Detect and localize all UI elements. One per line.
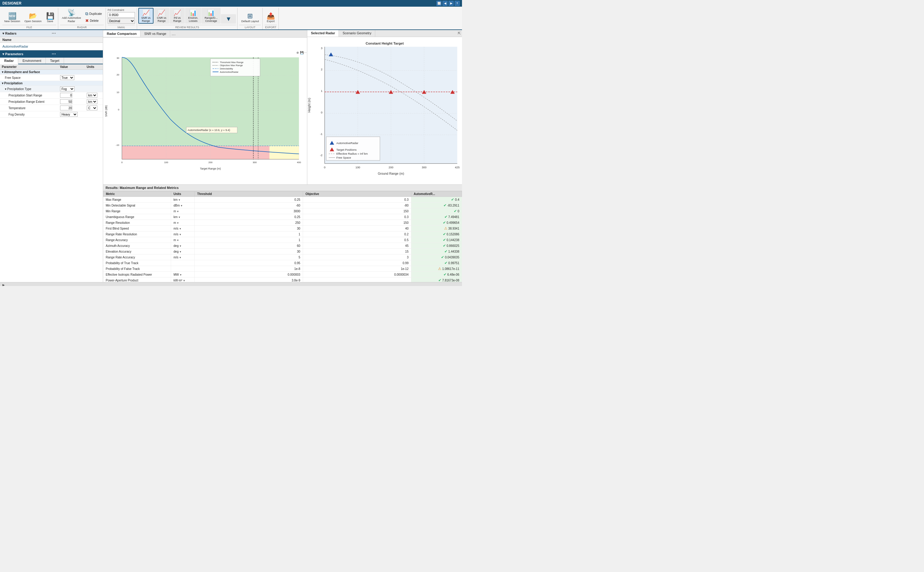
result-units-cell[interactable]: m/s▼: [171, 232, 195, 237]
environ-losses-button[interactable]: 📊 Environ.Losses: [185, 8, 201, 24]
units-dropdown[interactable]: ▼: [179, 250, 182, 253]
result-automotive-cell: ✔ 6.48e-06: [411, 272, 462, 278]
legend-automotive-text: AutomotiveRadar: [336, 141, 358, 145]
units-dropdown[interactable]: ▼: [177, 222, 179, 224]
minimize-btn[interactable]: ⬜: [437, 1, 441, 6]
result-units-cell[interactable]: kW·m²▼: [171, 278, 195, 282]
radar-comparison-tab[interactable]: Radar Comparison: [103, 31, 140, 37]
right-panel-expand-icon[interactable]: ⇱: [457, 30, 462, 37]
result-units-cell[interactable]: dBm▼: [171, 203, 195, 208]
right-area: Radar Comparison SNR vs Range … ⊕ 💾 ⋯: [103, 30, 462, 282]
metric-type-select[interactable]: Decimal Percentage Scientific: [108, 18, 135, 24]
back-btn[interactable]: ◀: [443, 1, 448, 6]
result-units-cell[interactable]: deg▼: [171, 249, 195, 255]
precip-start-value[interactable]: [58, 92, 85, 99]
precip-start-units-select[interactable]: km: [87, 93, 97, 98]
chart-more-icon[interactable]: ⋯: [304, 51, 307, 54]
temperature-units-select[interactable]: CF: [87, 106, 97, 110]
file-group: 🆕 New Session 📂 Open Session 💾 Save FILE: [1, 8, 58, 30]
result-units-cell[interactable]: m▼: [171, 237, 195, 243]
precipitation-type-value[interactable]: FogRainSnow: [58, 86, 85, 92]
cnr-vs-range-button[interactable]: 📈 CNR vsRange: [154, 8, 169, 24]
review-results-group: 📈 SNR vsRange 📈 CNR vsRange 📈 Pd vsRange…: [137, 8, 238, 30]
save-button[interactable]: 💾 Save: [44, 12, 56, 24]
pd-constraint-input[interactable]: [108, 12, 135, 17]
result-units-cell[interactable]: m▼: [171, 208, 195, 214]
units-dropdown[interactable]: ▼: [180, 274, 182, 276]
metric-col-header: Metric: [103, 191, 171, 197]
units-dropdown[interactable]: ▼: [179, 245, 182, 247]
help-btn[interactable]: ?: [455, 1, 460, 6]
precip-extent-value[interactable]: [58, 99, 85, 105]
result-automotive-cell: ✔ 1.44338: [411, 249, 462, 255]
free-space-select[interactable]: TrueFalse: [60, 75, 74, 80]
chart-yellow-bg: [269, 146, 299, 159]
result-units-cell[interactable]: deg▼: [171, 243, 195, 249]
result-units-cell[interactable]: m/s▼: [171, 255, 195, 260]
units-dropdown[interactable]: ▼: [178, 216, 180, 219]
result-row-0: Max Range km▼ 0.25 0.3 ✔ 0.4: [103, 197, 462, 203]
units-dropdown[interactable]: ▼: [177, 210, 179, 213]
units-value: dBm: [174, 204, 180, 207]
radar-name-row[interactable]: AutomotiveRadar: [0, 43, 103, 50]
range-dc-button[interactable]: 📊 Range/D...Coverage: [201, 8, 221, 24]
result-threshold-cell: 30: [195, 249, 303, 255]
snr-vs-range-button[interactable]: 📈 SNR vsRange: [138, 8, 154, 24]
precip-start-input[interactable]: [60, 93, 72, 98]
open-session-button[interactable]: 📂 Open Session: [23, 12, 44, 24]
precipitation-type-select[interactable]: FogRainSnow: [60, 86, 75, 91]
chart-tab-more[interactable]: …: [170, 30, 177, 37]
main-chart-tabs: Radar Comparison SNR vs Range …: [103, 30, 307, 37]
units-dropdown[interactable]: ▼: [179, 256, 181, 259]
fog-density-select[interactable]: HeavyLightMedium: [60, 112, 78, 117]
units-dropdown[interactable]: ▼: [177, 239, 179, 242]
units-col-header: Units: [85, 64, 103, 70]
result-automotive-cell: ✔ 0.99751: [411, 260, 462, 266]
units-dropdown[interactable]: ▼: [183, 279, 185, 282]
scenario-geometry-tab[interactable]: Scenario Geometry: [339, 30, 375, 37]
chart-zoom-icon[interactable]: ⊕: [296, 51, 299, 54]
units-dropdown[interactable]: ▼: [179, 233, 181, 236]
result-units-cell[interactable]: [171, 266, 195, 272]
free-space-value[interactable]: TrueFalse: [58, 75, 85, 81]
add-automotive-radar-button[interactable]: 📡 Add AutomotiveRadar: [60, 9, 83, 24]
result-units-cell[interactable]: km▼: [171, 214, 195, 220]
default-layout-button[interactable]: ⊞ Default Layout: [240, 12, 261, 24]
status-ok-icon: ✔: [443, 244, 446, 248]
result-units-cell[interactable]: m▼: [171, 220, 195, 225]
selected-radar-tab[interactable]: Selected Radar: [307, 30, 339, 37]
more-icon: ▼: [226, 16, 232, 22]
more-metrics-button[interactable]: ▼: [221, 14, 236, 24]
result-units-cell[interactable]: m/s▼: [171, 225, 195, 232]
save-label: Save: [47, 20, 53, 23]
temperature-input[interactable]: [60, 106, 72, 110]
pd-vs-range-button[interactable]: 📈 Pd vsRange: [170, 8, 185, 24]
params-tab-radar[interactable]: Radar: [0, 58, 18, 64]
delete-button[interactable]: ✖ Delete: [83, 17, 104, 24]
params-tabs: Radar Environment Target: [0, 58, 103, 64]
forward-btn[interactable]: ▶: [449, 1, 454, 6]
units-dropdown[interactable]: ▼: [180, 204, 183, 207]
x-label-400: 400: [297, 161, 301, 164]
result-units-cell[interactable]: [171, 260, 195, 266]
params-tab-target[interactable]: Target: [46, 58, 64, 64]
atm-surface-label: ▾ Atmosphere and Surface: [0, 70, 103, 75]
result-units-cell[interactable]: km▼: [171, 197, 195, 203]
duplicate-button[interactable]: ⧉ Duplicate: [83, 11, 104, 17]
statusbar-expand[interactable]: ▶: [2, 283, 5, 286]
units-dropdown[interactable]: ▼: [178, 199, 180, 201]
params-menu-dots[interactable]: ⋯: [51, 51, 101, 56]
temperature-value[interactable]: [58, 105, 85, 111]
fog-density-value[interactable]: HeavyLightMedium: [58, 111, 85, 118]
result-units-cell[interactable]: MW▼: [171, 272, 195, 278]
params-tab-environment[interactable]: Environment: [18, 58, 46, 64]
export-button[interactable]: 📤 Export: [264, 12, 277, 24]
precip-extent-units-select[interactable]: km: [87, 99, 97, 104]
snr-vs-range-tab[interactable]: SNR vs Range: [140, 31, 170, 37]
main-area: ▾ Radars ⋯ Name AutomotiveRadar ▾ Parame…: [0, 30, 462, 282]
new-session-button[interactable]: 🆕 New Session: [2, 12, 22, 24]
precip-extent-input[interactable]: [60, 99, 72, 104]
units-dropdown[interactable]: ▼: [179, 227, 181, 230]
chart-save-icon[interactable]: 💾: [300, 51, 304, 54]
radars-menu-dots[interactable]: ⋯: [51, 31, 101, 36]
